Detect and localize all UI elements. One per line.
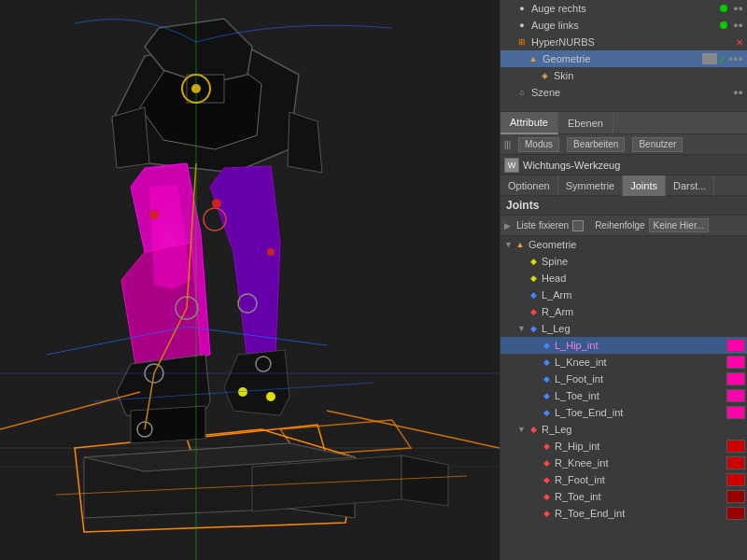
- joint-icon: ▲: [514, 238, 527, 251]
- tree-arrow-empty: [530, 458, 540, 468]
- tree-item-szene[interactable]: ⌂ Szene ●●: [500, 84, 747, 101]
- joint-tree-item[interactable]: ◆R_Arm: [500, 303, 747, 320]
- joint-name: L_Arm: [542, 289, 745, 301]
- joint-name: R_Knee_int: [555, 457, 725, 469]
- benutzer-button[interactable]: Benutzer: [632, 137, 683, 152]
- svg-point-31: [149, 210, 159, 219]
- modus-button[interactable]: Modus: [518, 137, 559, 152]
- joint-swatch[interactable]: [726, 372, 745, 385]
- joint-icon: ◆: [527, 423, 540, 436]
- joint-icon: ◆: [540, 389, 553, 402]
- joint-tree-item[interactable]: ▼◆R_Leg: [500, 421, 747, 438]
- joint-tree-item[interactable]: ◆R_Toe_int: [500, 488, 747, 505]
- visibility-icon: [702, 53, 717, 64]
- hypernurbs-icon: ⊞: [515, 35, 529, 49]
- tree-arrow-empty: [530, 374, 540, 384]
- tab-ebenen[interactable]: Ebenen: [558, 112, 613, 134]
- joint-swatch[interactable]: [726, 389, 745, 402]
- joint-swatch[interactable]: [726, 339, 745, 352]
- joint-tree-item[interactable]: ◆R_Foot_int: [500, 471, 747, 488]
- werkzeug-bar: W Wichtungs-Werkzeug: [500, 155, 747, 175]
- joint-name: R_Toe_int: [555, 491, 725, 502]
- svg-marker-23: [131, 406, 205, 443]
- eye-icon: ●: [515, 2, 529, 15]
- toolbar-row: ||| Modus Bearbeiten Benutzer: [500, 134, 747, 155]
- tree-arrow-empty: [530, 475, 540, 484]
- joint-swatch[interactable]: [726, 507, 745, 520]
- tree-item-hypernurbs[interactable]: ⊞ HyperNURBS ✕: [500, 34, 747, 50]
- scene-icon: ⌂: [515, 86, 529, 99]
- joint-swatch[interactable]: [726, 490, 745, 503]
- joint-name: L_Foot_int: [555, 373, 725, 385]
- joint-name: R_Toe_End_int: [555, 508, 725, 519]
- tree-arrow-empty: [530, 391, 540, 400]
- joint-name: R_Arm: [542, 306, 745, 317]
- liste-fixieren-label: Liste fixieren: [516, 220, 569, 231]
- robot-scene: [0, 0, 500, 560]
- tab-attribute[interactable]: Attribute: [500, 112, 558, 134]
- joint-swatch[interactable]: [726, 456, 745, 469]
- joint-icon: ◆: [540, 490, 553, 503]
- joint-tree-item[interactable]: ◆R_Knee_int: [500, 455, 747, 471]
- joint-tree-item[interactable]: ◆L_Foot_int: [500, 371, 747, 387]
- joint-tree-item[interactable]: ◆R_Toe_End_int: [500, 505, 747, 522]
- tree-arrow-empty: [530, 441, 540, 451]
- joint-tree-item[interactable]: ◆L_Hip_int: [500, 337, 747, 354]
- joint-name: Head: [542, 273, 745, 284]
- tab-darst[interactable]: Darst...: [666, 175, 714, 196]
- tree-item-skin[interactable]: ◈ Skin: [500, 67, 747, 84]
- tree-arrow-empty: [530, 509, 540, 518]
- tab-joints[interactable]: Joints: [623, 175, 666, 196]
- collapse-arrow[interactable]: ▶: [504, 221, 511, 231]
- joint-name: Geometrie: [529, 239, 745, 250]
- skin-icon: ◈: [538, 69, 551, 82]
- joint-swatch[interactable]: [726, 440, 745, 453]
- joint-tree-item[interactable]: ◆L_Toe_End_int: [500, 404, 747, 421]
- joints-tree[interactable]: ▼▲Geometrie ◆Spine ◆Head ◆L_Arm ◆R_Arm▼◆…: [500, 236, 747, 560]
- joint-name: R_Hip_int: [555, 441, 725, 452]
- joint-tree-item[interactable]: ◆L_Toe_int: [500, 387, 747, 404]
- joint-name: R_Foot_int: [555, 474, 725, 485]
- visibility-dot-2: [720, 21, 727, 29]
- 3d-viewport[interactable]: [0, 0, 500, 560]
- liste-fixieren-checkbox[interactable]: [572, 220, 584, 231]
- joint-icon: ◆: [540, 372, 553, 385]
- svg-marker-48: [288, 112, 322, 173]
- tree-arrow-empty: [530, 492, 540, 501]
- tree-arrow: ▼: [517, 324, 527, 333]
- tab-optionen[interactable]: Optionen: [500, 175, 558, 196]
- tree-arrow-empty: [530, 341, 540, 350]
- tree-arrow-empty: [517, 307, 527, 316]
- svg-point-38: [266, 392, 275, 401]
- joint-icon: ◆: [527, 288, 540, 301]
- joint-icon: ◆: [527, 272, 540, 285]
- joint-tree-item[interactable]: ▼▲Geometrie: [500, 236, 747, 253]
- joint-tree-item[interactable]: ◆L_Arm: [500, 287, 747, 303]
- joint-tree-item[interactable]: ◆Spine: [500, 253, 747, 270]
- joint-icon: ◆: [540, 356, 553, 369]
- joint-icon: ◆: [540, 507, 553, 520]
- joint-tree-item[interactable]: ▼◆L_Leg: [500, 320, 747, 337]
- joint-swatch[interactable]: [726, 473, 745, 486]
- check-icon: ✓: [719, 54, 726, 64]
- svg-point-33: [267, 248, 275, 256]
- joints-section-header: Joints: [500, 196, 747, 216]
- joint-tree-item[interactable]: ◆L_Knee_int: [500, 354, 747, 371]
- tab-symmetrie[interactable]: Symmetrie: [558, 175, 624, 196]
- tree-arrow-empty: [517, 290, 527, 300]
- bearbeiten-button[interactable]: Bearbeiten: [567, 137, 625, 152]
- joint-swatch[interactable]: [726, 356, 745, 369]
- tree-item-auge-rechts[interactable]: ● Auge rechts ●●: [500, 0, 747, 17]
- joint-swatch[interactable]: [726, 406, 745, 419]
- delete-x[interactable]: ✕: [736, 37, 743, 48]
- tree-item-geometrie[interactable]: ▲ Geometrie ✓ ●●●: [500, 50, 747, 67]
- joint-tree-item[interactable]: ◆R_Hip_int: [500, 438, 747, 455]
- joint-icon: ◆: [527, 322, 540, 335]
- keine-hier-select[interactable]: Keine Hier...: [649, 218, 709, 232]
- svg-point-32: [212, 199, 221, 208]
- tree-item-label: HyperNURBS: [531, 36, 595, 48]
- joint-tree-item[interactable]: ◆Head: [500, 270, 747, 287]
- tree-item-auge-links[interactable]: ● Auge links ●●: [500, 17, 747, 34]
- tree-arrow: ▼: [504, 240, 514, 249]
- joints-controls: ▶ Liste fixieren Reihenfolge Keine Hier.…: [500, 216, 747, 236]
